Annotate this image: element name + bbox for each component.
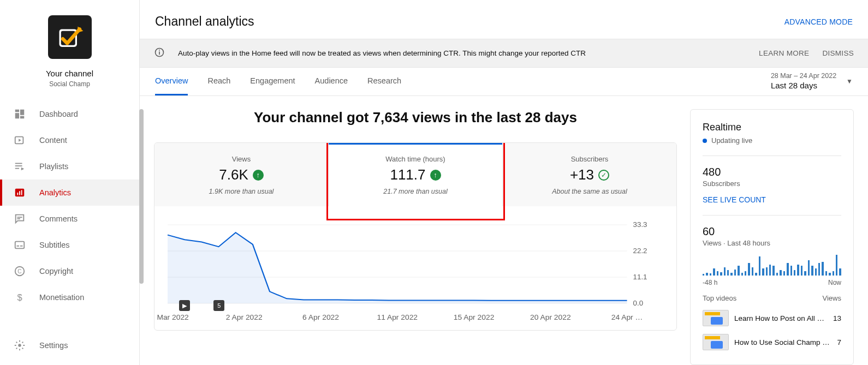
metric-subtext: 1.9K more than usual — [160, 188, 323, 195]
chart-marker-count[interactable]: 5 — [213, 300, 224, 311]
svg-text:20 Apr 2022: 20 Apr 2022 — [530, 314, 571, 321]
sparkline-bar — [804, 271, 806, 276]
sidebar-item-label: Analytics — [39, 188, 71, 197]
sidebar-item-copyright[interactable]: C Copyright — [0, 258, 139, 284]
playlist-icon — [13, 160, 26, 173]
metric-views[interactable]: Views 7.6K ↑ 1.9K more than usual — [154, 143, 329, 206]
metric-subtext: 21.7 more than usual — [334, 188, 497, 195]
sidebar-item-monetisation[interactable]: $ Monetisation — [0, 284, 139, 310]
sidebar-item-comments[interactable]: Comments — [0, 206, 139, 232]
svg-text:15 Apr 2022: 15 Apr 2022 — [454, 314, 495, 321]
analytics-icon — [13, 186, 26, 199]
sparkline-bar — [839, 268, 841, 276]
metric-subscribers[interactable]: Subscribers +13 ✓ About the same as usua… — [503, 143, 676, 206]
banner-text: Auto-play views in the Home feed will no… — [178, 49, 586, 57]
sparkline-bar — [710, 273, 711, 276]
content-icon — [13, 134, 26, 147]
chart-marker-play-icon[interactable]: ▶ — [179, 300, 190, 311]
see-live-count-link[interactable]: SEE LIVE COUNT — [703, 195, 766, 204]
svg-rect-11 — [15, 168, 19, 169]
svg-rect-21 — [20, 246, 23, 247]
tab-overview[interactable]: Overview — [155, 69, 188, 95]
dollar-icon: $ — [13, 291, 26, 304]
sparkline-bar — [745, 271, 746, 276]
sparkline-bar — [794, 270, 795, 276]
channel-title: Your channel — [46, 69, 93, 78]
date-range-picker[interactable]: 28 Mar – 24 Apr 2022 Last 28 days ▼ — [771, 68, 853, 95]
sidebar-item-content[interactable]: Content — [0, 127, 139, 153]
svg-marker-2 — [77, 27, 83, 33]
sidebar-item-analytics[interactable]: Analytics — [0, 179, 139, 206]
video-thumbnail — [703, 310, 729, 326]
svg-marker-8 — [19, 139, 21, 142]
sparkline-bar — [703, 274, 704, 276]
sidebar-item-label: Dashboard — [39, 110, 78, 118]
tab-audience[interactable]: Audience — [315, 69, 348, 95]
tab-research[interactable]: Research — [367, 69, 401, 95]
sparkline-left-label: -48 h — [703, 279, 717, 286]
sparkline-bar — [818, 263, 820, 276]
copyright-icon: C — [13, 265, 26, 278]
date-range-text: 28 Mar – 24 Apr 2022 — [771, 72, 836, 80]
channel-card: Your channel Social Champ — [0, 0, 139, 99]
realtime-title: Realtime — [703, 122, 841, 133]
svg-text:11.1: 11.1 — [633, 274, 647, 281]
realtime-subscribers-value: 480 — [703, 166, 841, 178]
comments-icon — [13, 212, 26, 225]
svg-marker-12 — [21, 167, 25, 171]
sidebar-item-dashboard[interactable]: Dashboard — [0, 101, 139, 127]
banner-dismiss-button[interactable]: DISMISS — [822, 49, 854, 57]
tab-engagement[interactable]: Engagement — [250, 69, 295, 95]
top-video-item[interactable]: How to Use Social Champ Po… 7 — [703, 334, 841, 350]
svg-rect-10 — [15, 165, 22, 166]
svg-rect-28 — [159, 50, 160, 51]
sidebar-item-subtitles[interactable]: Subtitles — [0, 232, 139, 258]
watch-time-chart[interactable]: 33.322.211.10.028 Mar 20222 Apr 20226 Ap… — [154, 206, 676, 330]
svg-rect-18 — [17, 218, 20, 219]
gear-icon — [13, 339, 26, 352]
realtime-updating: Updating live — [703, 136, 841, 145]
realtime-views48-value: 60 — [703, 225, 841, 238]
page-title: Channel analytics — [155, 14, 254, 29]
sparkline-bar — [759, 256, 760, 276]
sparkline-bar — [811, 266, 813, 276]
top-video-item[interactable]: Learn How to Post on All So… 13 — [703, 310, 841, 326]
sidebar-scrollbar[interactable] — [139, 109, 144, 284]
sparkline-bar — [752, 267, 753, 276]
svg-rect-15 — [19, 191, 20, 195]
realtime-sparkline[interactable] — [703, 254, 841, 276]
sparkline-bar — [769, 265, 771, 276]
svg-text:11 Apr 2022: 11 Apr 2022 — [377, 314, 418, 321]
sparkline-bar — [815, 268, 817, 276]
top-video-views: 7 — [837, 338, 841, 346]
metric-value: 7.6K — [219, 166, 248, 183]
trend-check-icon: ✓ — [598, 170, 609, 181]
svg-text:0.0: 0.0 — [633, 300, 643, 307]
svg-rect-4 — [20, 110, 24, 115]
sidebar-item-label: Subtitles — [39, 241, 70, 249]
overview-panel: Your channel got 7,634 views in the last… — [154, 96, 677, 365]
realtime-updating-label: Updating live — [711, 136, 752, 145]
svg-rect-27 — [159, 51, 160, 55]
svg-rect-16 — [21, 190, 22, 195]
sidebar-item-label: Copyright — [39, 267, 73, 276]
metric-label: Views — [160, 155, 323, 163]
sidebar-item-playlists[interactable]: Playlists — [0, 153, 139, 179]
advanced-mode-link[interactable]: ADVANCED MODE — [784, 17, 853, 26]
trend-up-icon: ↑ — [253, 170, 264, 181]
sparkline-bar — [822, 262, 823, 276]
sparkline-bar — [755, 273, 757, 276]
banner-learn-more-button[interactable]: LEARN MORE — [759, 49, 809, 57]
sidebar-item-settings[interactable]: Settings — [0, 332, 139, 358]
top-video-views: 13 — [833, 314, 841, 322]
sparkline-bar — [727, 270, 729, 276]
sparkline-bar — [825, 271, 827, 276]
channel-logo[interactable] — [48, 15, 92, 59]
metric-watch-time[interactable]: Watch time (hours) 111.7 ↑ 21.7 more tha… — [329, 143, 503, 206]
channel-headline: Your channel got 7,634 views in the last… — [154, 109, 677, 126]
sparkline-bar — [780, 270, 781, 276]
metric-label: Subscribers — [508, 155, 671, 163]
sidebar: Your channel Social Champ Dashboard Cont… — [0, 0, 140, 365]
tab-reach[interactable]: Reach — [207, 69, 230, 95]
sparkline-bar — [738, 266, 739, 276]
